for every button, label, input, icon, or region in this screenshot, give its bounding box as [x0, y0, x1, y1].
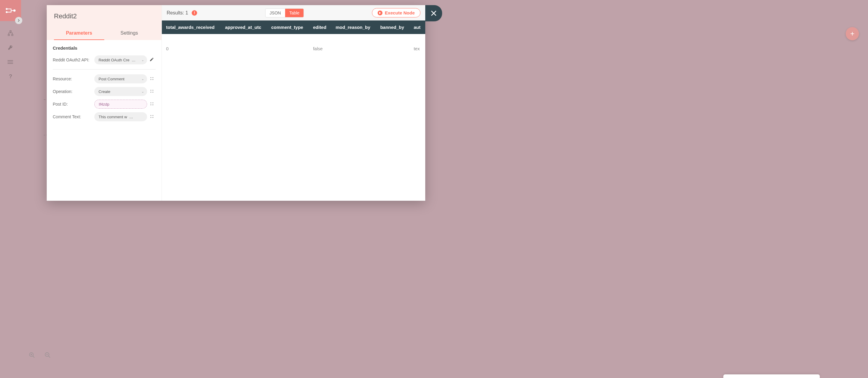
- svg-point-31: [150, 102, 151, 103]
- close-modal-button[interactable]: [425, 5, 442, 21]
- post-id-input[interactable]: lf4zdp: [94, 100, 147, 109]
- post-id-label: Post ID:: [53, 102, 92, 107]
- svg-point-14: [7, 62, 8, 62]
- param-options-icon[interactable]: [150, 114, 156, 120]
- resource-label: Resource:: [53, 76, 92, 81]
- param-options-icon[interactable]: [150, 89, 156, 95]
- add-node-button[interactable]: +: [846, 27, 859, 40]
- tab-settings[interactable]: Settings: [104, 27, 155, 40]
- col-edited[interactable]: edited: [309, 21, 332, 34]
- zoom-in-button[interactable]: [27, 350, 37, 360]
- view-toggle: JSON Table: [265, 8, 304, 18]
- svg-point-27: [150, 90, 151, 91]
- left-sidebar: ?: [0, 0, 21, 378]
- svg-point-32: [153, 102, 153, 103]
- svg-point-38: [153, 117, 153, 118]
- svg-point-15: [7, 64, 8, 64]
- output-panel: Results: 1 ! JSON Table Execute Node tot…: [162, 5, 425, 201]
- svg-point-34: [153, 104, 153, 105]
- svg-rect-3: [7, 9, 11, 9]
- col-comment-type[interactable]: comment_type: [267, 21, 309, 34]
- svg-point-33: [150, 104, 151, 105]
- svg-point-36: [153, 115, 153, 116]
- comment-text-input[interactable]: This comment w …: [94, 112, 147, 121]
- node-editor-modal: Reddit2 Parameters Settings Credentials …: [47, 5, 425, 201]
- results-table-wrapper[interactable]: total_awards_received approved_at_utc co…: [162, 21, 425, 63]
- svg-point-26: [153, 79, 153, 80]
- credentials-icon[interactable]: [7, 44, 13, 50]
- node-title: Reddit2: [54, 12, 154, 20]
- toggle-json-button[interactable]: JSON: [266, 9, 285, 17]
- executions-icon[interactable]: [7, 59, 13, 65]
- operation-label: Operation:: [53, 89, 92, 94]
- param-options-icon[interactable]: [150, 101, 156, 107]
- zoom-controls: [27, 350, 53, 360]
- zoom-out-button[interactable]: [43, 350, 53, 360]
- svg-rect-9: [11, 34, 13, 36]
- svg-point-2: [13, 9, 16, 12]
- logo[interactable]: [0, 0, 21, 21]
- credentials-select[interactable]: Reddit OAuth Cre … ⌄: [94, 56, 147, 64]
- bottom-panel-peek[interactable]: [723, 374, 820, 378]
- credentials-heading: Credentials: [53, 45, 156, 50]
- svg-point-28: [153, 90, 153, 91]
- play-icon: [378, 10, 382, 15]
- col-aut[interactable]: aut: [410, 21, 425, 34]
- svg-point-29: [150, 92, 151, 92]
- results-count: Results: 1: [167, 10, 188, 15]
- svg-rect-4: [7, 12, 11, 12]
- col-approved-at-utc[interactable]: approved_at_utc: [221, 21, 267, 34]
- svg-point-24: [153, 77, 153, 78]
- chevron-down-icon: ⌄: [141, 90, 144, 94]
- reddit-oauth-api-label: Reddit OAuth2 API:: [53, 58, 92, 62]
- chevron-down-icon: ⌄: [141, 77, 144, 81]
- svg-point-35: [150, 115, 151, 116]
- sidebar-collapse-button[interactable]: [15, 17, 22, 24]
- toggle-table-button[interactable]: Table: [285, 9, 304, 17]
- col-total-awards-received[interactable]: total_awards_received: [162, 21, 221, 34]
- svg-point-30: [153, 92, 153, 92]
- tab-parameters[interactable]: Parameters: [54, 27, 104, 40]
- edit-credentials-icon[interactable]: [150, 57, 156, 63]
- comment-text-label: Comment Text:: [53, 114, 92, 119]
- svg-line-17: [33, 356, 35, 358]
- resource-select[interactable]: Post Comment ⌄: [94, 74, 147, 83]
- svg-rect-7: [10, 31, 11, 32]
- workflows-icon[interactable]: [7, 30, 13, 36]
- svg-line-21: [49, 356, 50, 358]
- table-row[interactable]: 0 false tex: [162, 34, 425, 63]
- svg-point-23: [150, 77, 151, 78]
- param-options-icon[interactable]: [150, 76, 156, 82]
- svg-point-37: [150, 117, 151, 118]
- col-mod-reason-by[interactable]: mod_reason_by: [331, 21, 376, 34]
- svg-point-13: [7, 61, 8, 61]
- table-header-row: total_awards_received approved_at_utc co…: [162, 21, 425, 34]
- chevron-down-icon: ⌄: [141, 58, 144, 62]
- parameters-panel: Reddit2 Parameters Settings Credentials …: [47, 5, 162, 201]
- warning-icon[interactable]: !: [192, 10, 197, 15]
- col-banned-by[interactable]: banned_by: [376, 21, 410, 34]
- svg-rect-6: [11, 10, 13, 11]
- help-icon[interactable]: ?: [7, 73, 13, 79]
- svg-rect-8: [8, 34, 10, 36]
- operation-select[interactable]: Create ⌄: [94, 87, 147, 96]
- svg-point-25: [150, 79, 151, 80]
- execute-node-button[interactable]: Execute Node: [372, 8, 421, 18]
